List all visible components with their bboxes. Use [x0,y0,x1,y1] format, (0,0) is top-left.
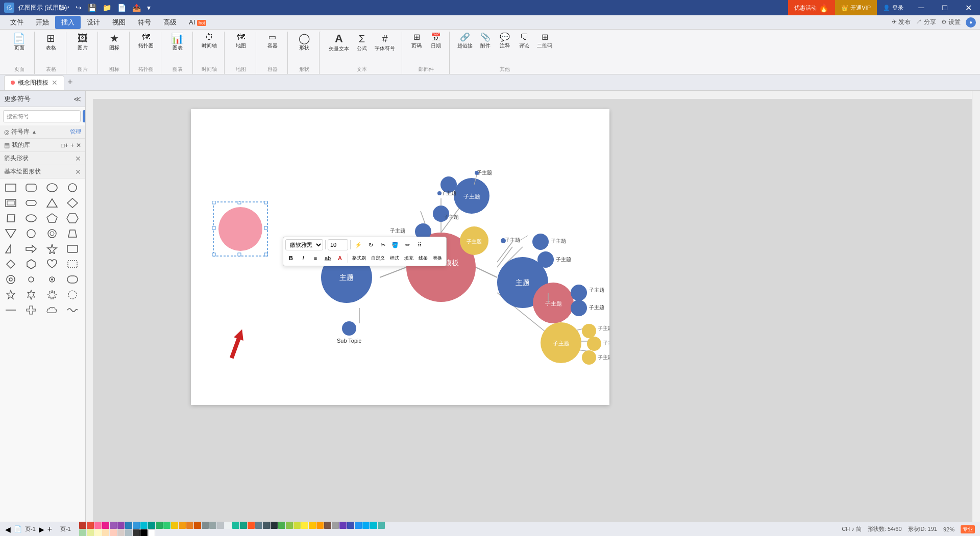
ft-pencil-button[interactable]: ✏ [402,239,413,250]
ribbon-vectext-button[interactable]: A 矢量文本 [326,32,352,54]
menu-insert[interactable]: 插入 [55,16,81,29]
pink-sub-2[interactable] [571,300,587,316]
my-library-close[interactable]: ✕ [76,142,81,149]
color-swatch[interactable] [125,522,132,529]
color-swatch[interactable] [79,522,86,529]
shape-rect-round[interactable] [64,242,81,256]
color-swatch[interactable] [133,529,140,536]
share-button[interactable]: ↗ 分享 [916,18,936,27]
shape-triangle[interactable] [43,196,61,210]
settings-button[interactable]: ⚙ 设置 [941,18,961,27]
arrow-shapes-close[interactable]: ✕ [75,155,81,163]
user-avatar[interactable]: ● [966,17,976,28]
save-button[interactable]: 💾 [86,3,99,13]
color-swatch[interactable] [202,522,209,529]
shape-pentagon[interactable] [43,211,61,225]
yellow-sub-3[interactable] [582,350,596,365]
new-button[interactable]: 📄 [115,3,128,13]
color-swatch[interactable] [240,522,247,529]
shape-heart[interactable] [43,257,61,271]
ft-fill-button[interactable]: 🪣 [389,239,401,250]
color-swatch[interactable] [232,522,239,529]
shape-diamond[interactable] [64,196,81,210]
ribbon-map-button[interactable]: 🗺 地图 [232,32,250,51]
close-button[interactable]: ✕ [957,0,980,15]
ribbon-chart-button[interactable]: 📊 图表 [168,32,187,53]
menu-advanced[interactable]: 高级 [157,16,183,29]
my-library-add[interactable]: □+ [61,142,68,149]
color-swatch[interactable] [110,522,117,529]
right-small-1[interactable] [532,234,549,250]
shape-cloud[interactable] [43,303,61,317]
ribbon-comment-button[interactable]: 🗨 评论 [515,32,533,51]
color-swatch[interactable] [140,522,148,529]
ft-filltab-button[interactable]: 填充 [402,252,415,264]
color-swatch[interactable] [286,522,293,529]
ribbon-timeline-button[interactable]: ⏱ 时间轴 [199,32,219,51]
tab-concept-map[interactable]: 概念图模板 ✕ [4,75,64,90]
color-swatch[interactable] [102,529,109,536]
promo-button[interactable]: 优惠活动 🔥 [788,0,835,15]
color-swatch[interactable] [217,522,224,529]
page-next-button[interactable]: ▶ [39,525,44,533]
ft-underline-button[interactable]: ab [322,252,333,264]
shape-rounded-rect[interactable] [22,181,40,195]
ft-custom-button[interactable]: 自定义 [369,252,387,264]
ft-bold-button[interactable]: B [285,252,297,264]
ft-format-button[interactable]: ⚡ [353,239,364,250]
minimize-button[interactable]: ─ [910,0,933,15]
selected-shape-container[interactable] [217,206,263,252]
symbol-library-section[interactable]: ◎ 符号库 ▲ 管理 [0,125,85,139]
color-swatch[interactable] [316,522,324,529]
maximize-button[interactable]: □ [933,0,957,15]
color-swatch[interactable] [324,522,331,529]
font-size-input[interactable] [328,239,348,250]
tab-close-button[interactable]: ✕ [52,79,58,87]
shape-rhombus[interactable] [2,257,19,271]
ribbon-shape-button[interactable]: ◯ 形状 [295,32,313,53]
font-select[interactable]: 微软雅黑 [285,239,323,250]
ft-align-button[interactable]: ≡ [310,252,321,264]
color-swatch[interactable] [148,522,155,529]
yellow-sub-2[interactable] [587,337,601,351]
color-swatch[interactable] [271,522,278,529]
shape-circle[interactable] [43,181,61,195]
shape-rectangle[interactable] [2,181,19,195]
pink-sub-1[interactable] [571,285,587,301]
color-swatch[interactable] [125,529,132,536]
shape-ring[interactable] [43,226,61,241]
ribbon-icon-button[interactable]: ★ 图标 [105,32,124,53]
ft-line-button[interactable]: 线条 [416,252,430,264]
color-swatch[interactable] [362,522,370,529]
color-swatch[interactable] [186,522,193,529]
color-swatch[interactable] [171,522,178,529]
color-swatch[interactable] [87,522,94,529]
tab-add-button[interactable]: + [64,77,76,88]
login-button[interactable]: 👤 登录 [877,0,910,15]
ft-spin-button[interactable]: ↻ [365,239,376,250]
ribbon-qr-button[interactable]: ⊞ 二维码 [534,32,555,51]
redo-button[interactable]: ↪ [74,3,84,13]
color-swatch[interactable] [179,522,186,529]
ribbon-formula-button[interactable]: Σ 公式 [353,32,371,54]
shape-rect-outline[interactable] [2,196,19,210]
more-button[interactable]: ▾ [145,3,153,13]
shape-line[interactable] [2,303,19,317]
shape-rect3[interactable] [64,257,81,271]
color-swatch[interactable] [117,522,125,529]
color-swatch[interactable] [309,522,316,529]
shape-star8[interactable] [43,288,61,302]
ft-formatbrush-button[interactable]: 格式刷 [350,252,368,264]
shape-star6[interactable] [22,288,40,302]
ft-italic-button[interactable]: I [298,252,309,264]
color-swatch[interactable] [194,522,201,529]
arrow-shapes-section[interactable]: 箭头形状 ✕ [0,152,85,165]
color-swatch[interactable] [225,522,232,529]
manage-button[interactable]: 管理 [70,128,81,136]
color-swatch[interactable] [370,522,377,529]
open-button[interactable]: 📁 [101,3,113,13]
menu-design[interactable]: 设计 [81,16,106,29]
shape-tri2[interactable] [2,226,19,241]
color-swatch[interactable] [263,522,270,529]
canvas[interactable]: 概念图模板 主题 主题 子主题 子主题 子主题 [94,99,972,522]
